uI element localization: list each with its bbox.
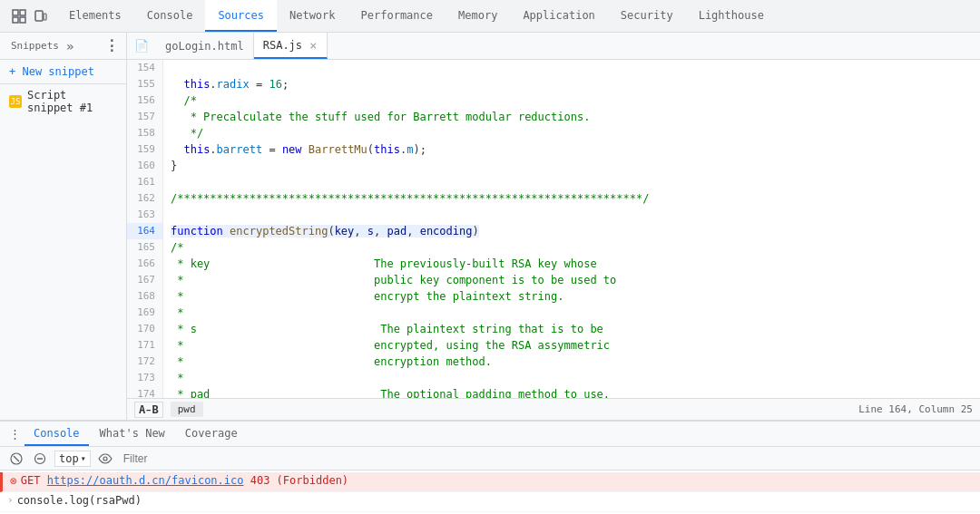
tab-memory[interactable]: Memory	[446, 0, 510, 32]
code-line: */	[171, 125, 973, 141]
code-line: function encryptedString(key, s, pad, en…	[171, 223, 973, 239]
file-icon: 📄	[134, 39, 149, 53]
whatsnew-tab-label: What's New	[100, 427, 165, 440]
code-line	[171, 207, 973, 223]
code-line: *	[171, 370, 973, 386]
snippet-icon: JS	[9, 95, 22, 108]
code-line: * encrypt the plaintext string.	[171, 288, 973, 305]
line-number: 159	[127, 141, 162, 158]
code-line: /***************************************…	[171, 190, 973, 207]
line-number: 173	[127, 370, 162, 386]
line-number: 156	[127, 92, 162, 109]
code-line: /*	[171, 92, 973, 109]
svg-rect-2	[13, 17, 18, 23]
line-number: 174	[127, 386, 162, 398]
list-item[interactable]: JS Script snippet #1	[0, 84, 126, 119]
stop-on-exceptions-button[interactable]	[31, 450, 49, 468]
code-tabs: 📄 goLogin.html RSA.js ×	[127, 33, 980, 60]
inspect-icon[interactable]	[11, 8, 27, 24]
sidebar-tab-snippets[interactable]: Snippets	[7, 38, 63, 53]
line-numbers: 1541551561571581591601611621631641651661…	[127, 60, 163, 398]
bottom-tab-console[interactable]: Console	[24, 422, 89, 446]
sidebar-kebab-icon[interactable]: ⋮	[104, 37, 119, 54]
console-row: ⊗ GET https://oauth.d.cn/favicon.ico 403…	[0, 472, 980, 492]
code-line: * s The plaintext string that is to be	[171, 321, 973, 337]
main-area: Snippets » ⋮ + New snippet JS Script sni…	[0, 33, 980, 420]
line-number: 171	[127, 337, 162, 354]
code-line: * Precalculate the stuff used for Barret…	[171, 109, 973, 125]
bottom-tabs: ⋮ Console What's New Coverage	[0, 422, 980, 447]
tab-application[interactable]: Application	[510, 0, 607, 32]
bottom-panel-settings-icon[interactable]: ⋮	[7, 425, 23, 442]
console-row: › console.log(rsaPwd)	[0, 492, 980, 512]
line-number: 168	[127, 288, 162, 305]
clear-console-button[interactable]	[7, 450, 25, 468]
context-selector[interactable]: top ▾	[54, 451, 91, 467]
line-number: 154	[127, 60, 162, 76]
line-number: 155	[127, 76, 162, 92]
context-chevron-icon: ▾	[81, 453, 86, 463]
line-number: 160	[127, 158, 162, 174]
code-area: 📄 goLogin.html RSA.js × 1541551561571581…	[127, 33, 980, 420]
search-text: pwd	[171, 402, 203, 417]
code-line	[171, 174, 973, 190]
tab-sources[interactable]: Sources	[205, 0, 277, 32]
sidebar-more-icon[interactable]: »	[66, 39, 74, 53]
svg-rect-3	[20, 17, 25, 23]
console-output: ⊗ GET https://oauth.d.cn/favicon.ico 403…	[0, 470, 980, 514]
tab-rsajs-close[interactable]: ×	[309, 38, 317, 53]
log-chevron-icon: ›	[7, 494, 14, 506]
sidebar-tabs: Snippets »	[7, 38, 74, 53]
coverage-tab-label: Coverage	[185, 427, 238, 440]
find-replace-button[interactable]: A̵B	[134, 402, 163, 418]
code-line: * pad The optional padding method to use…	[171, 386, 973, 398]
log-message: console.log(rsaPwd)	[17, 494, 142, 507]
new-snippet-button[interactable]: + New snippet	[0, 60, 126, 84]
tab-console[interactable]: Console	[134, 0, 206, 32]
context-label: top	[59, 452, 79, 465]
line-number: 165	[127, 239, 162, 256]
live-expressions-button[interactable]	[96, 450, 114, 468]
tab-security[interactable]: Security	[608, 0, 686, 32]
error-link[interactable]: https://oauth.d.cn/favicon.ico	[47, 474, 244, 487]
code-content: this.radix = 16; /* * Precalculate the s…	[163, 60, 980, 398]
main-nav-tabs: Elements Console Sources Network Perform…	[56, 0, 777, 32]
tab-rsajs-label: RSA.js	[263, 39, 302, 52]
tab-gologin-label: goLogin.html	[165, 40, 244, 53]
line-number: 164	[127, 223, 162, 239]
tab-gologin[interactable]: goLogin.html	[156, 33, 254, 59]
line-number: 161	[127, 174, 162, 190]
line-number: 166	[127, 256, 162, 272]
tab-performance[interactable]: Performance	[348, 0, 446, 32]
filter-input[interactable]	[120, 452, 973, 465]
device-icon[interactable]	[33, 8, 49, 24]
svg-rect-4	[35, 11, 43, 21]
line-number: 172	[127, 354, 162, 370]
tab-rsajs[interactable]: RSA.js ×	[254, 33, 328, 59]
bottom-tab-whatsnew[interactable]: What's New	[91, 422, 174, 446]
snippet-label: Script snippet #1	[27, 89, 117, 114]
code-tab-nav-icon[interactable]: 📄	[127, 33, 156, 59]
error-icon: ⊗	[10, 474, 17, 488]
ab-label: A̵B	[139, 403, 159, 416]
tab-lighthouse[interactable]: Lighthouse	[686, 0, 777, 32]
snippet-list: JS Script snippet #1	[0, 84, 126, 420]
tab-network[interactable]: Network	[277, 0, 348, 32]
new-snippet-label: + New snippet	[9, 65, 94, 78]
line-number: 170	[127, 321, 162, 337]
devtools-topbar: Elements Console Sources Network Perform…	[0, 0, 980, 33]
status-bar: A̵B pwd Line 164, Column 25	[127, 398, 980, 420]
code-editor[interactable]: 1541551561571581591601611621631641651661…	[127, 60, 980, 398]
bottom-panel: ⋮ Console What's New Coverage top ▾	[0, 420, 980, 514]
tab-elements[interactable]: Elements	[56, 0, 134, 32]
code-line: this.barrett = new BarrettMu(this.m);	[171, 141, 973, 158]
sidebar: Snippets » ⋮ + New snippet JS Script sni…	[0, 33, 127, 420]
sidebar-header: Snippets » ⋮	[0, 33, 126, 60]
line-number: 162	[127, 190, 162, 207]
code-line: /*	[171, 239, 973, 256]
bottom-tab-coverage[interactable]: Coverage	[176, 422, 247, 446]
code-line: * encrypted, using the RSA assymmetric	[171, 337, 973, 354]
topbar-icons	[4, 8, 56, 24]
line-number: 167	[127, 272, 162, 288]
code-line	[171, 60, 973, 76]
